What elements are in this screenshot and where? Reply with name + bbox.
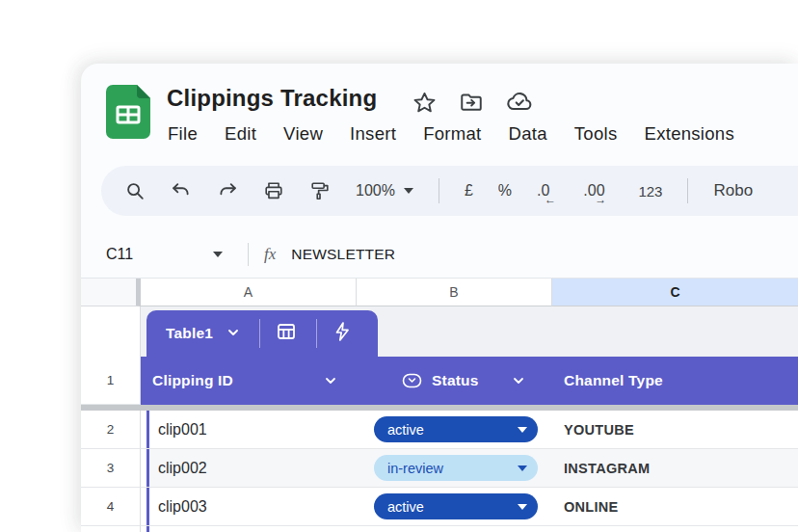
- menu-format[interactable]: Format: [423, 123, 481, 145]
- row-header-blank: [81, 306, 141, 357]
- cell-name-box[interactable]: C11: [101, 246, 238, 263]
- menu-tools[interactable]: Tools: [574, 123, 618, 145]
- column-header-a[interactable]: A: [141, 279, 357, 306]
- spreadsheet-window: Clippings Tracking: [81, 64, 798, 532]
- active-cell-reference: C11: [106, 246, 133, 263]
- formula-input[interactable]: NEWSLETTER: [291, 246, 395, 263]
- column-header-c-selected[interactable]: C: [552, 279, 798, 306]
- dropdown-arrow-icon: [518, 504, 527, 510]
- chevron-down-icon: [213, 252, 223, 257]
- table-header-status[interactable]: Status: [357, 372, 552, 389]
- sheet-grid: A B C Table1: [81, 278, 798, 532]
- row-header-2[interactable]: 2: [81, 411, 141, 449]
- dropdown-arrow-icon: [518, 466, 527, 471]
- formula-bar-divider: [248, 243, 249, 266]
- column-header-row: A B C: [81, 278, 798, 306]
- arrow-right-icon: →: [595, 193, 606, 206]
- toolbar-divider: [687, 178, 688, 203]
- column-header-b[interactable]: B: [357, 279, 552, 306]
- fx-icon: fx: [264, 245, 276, 264]
- table-header-row: 1 Clipping ID Status: [81, 357, 798, 405]
- search-icon[interactable]: [124, 180, 146, 201]
- lightning-bolt-icon[interactable]: [332, 321, 352, 346]
- table-view-icon[interactable]: [276, 321, 297, 346]
- table-tab[interactable]: Table1: [146, 310, 378, 357]
- menu-edit[interactable]: Edit: [225, 123, 256, 145]
- menu-file[interactable]: File: [168, 123, 198, 145]
- cell-channel-type[interactable]: INSTAGRAM: [552, 461, 798, 476]
- cell-clipping-id[interactable]: clip003: [149, 498, 357, 516]
- menubar: File Edit View Insert Format Data Tools …: [168, 123, 734, 145]
- increase-decimal-button[interactable]: .00→: [583, 182, 613, 200]
- decrease-decimal-button[interactable]: .0←: [537, 182, 558, 200]
- select-all-corner[interactable]: [81, 279, 141, 306]
- cell-channel-type[interactable]: YOUTUBE: [552, 422, 798, 438]
- status-dropdown-chip[interactable]: active: [374, 493, 538, 519]
- move-to-folder-icon[interactable]: [459, 90, 484, 115]
- toolbar: 100% £ % .0← .00→ 123 Robo: [101, 166, 798, 216]
- status-dropdown-chip[interactable]: active: [374, 416, 538, 442]
- undo-icon[interactable]: [171, 180, 192, 201]
- status-dropdown-chip[interactable]: in-review: [374, 455, 538, 481]
- formula-bar: C11 fx NEWSLETTER: [101, 235, 798, 274]
- chevron-down-icon: [512, 375, 525, 386]
- table-row: 4 clip003 active ONLINE: [81, 488, 798, 526]
- row-header-4[interactable]: 4: [81, 488, 141, 526]
- table-name: Table1: [166, 325, 213, 342]
- chevron-down-icon: [404, 188, 413, 194]
- table-tab-band: Table1: [81, 306, 798, 357]
- zoom-value: 100%: [356, 182, 395, 200]
- row-header-1[interactable]: 1: [81, 357, 141, 405]
- chevron-down-icon: [324, 375, 337, 386]
- paint-format-icon[interactable]: [309, 180, 331, 201]
- table-row: 3 clip002 in-review INSTAGRAM: [81, 449, 798, 488]
- row-header-3[interactable]: 3: [81, 449, 141, 488]
- table-row-partial: [81, 526, 798, 532]
- toolbar-divider: [439, 178, 439, 203]
- dropdown-arrow-icon: [518, 427, 527, 433]
- cell-clipping-id[interactable]: clip001: [149, 421, 357, 439]
- star-icon[interactable]: [412, 91, 437, 115]
- table-header-channel-type[interactable]: Channel Type: [552, 372, 798, 389]
- redo-icon[interactable]: [217, 180, 238, 201]
- table-accent-border: [146, 526, 149, 532]
- dropdown-chip-icon: [402, 373, 422, 388]
- sheets-logo-icon[interactable]: [106, 85, 150, 139]
- menu-extensions[interactable]: Extensions: [645, 123, 735, 145]
- tab-divider: [259, 319, 260, 348]
- tab-divider: [316, 319, 317, 348]
- font-family-select[interactable]: Robo: [713, 181, 753, 200]
- arrow-left-icon: ←: [545, 193, 556, 206]
- menu-data[interactable]: Data: [509, 123, 547, 145]
- table-header-clipping-id[interactable]: Clipping ID: [141, 372, 357, 389]
- zoom-select[interactable]: 100%: [356, 182, 413, 200]
- format-percent-button[interactable]: %: [498, 182, 512, 200]
- titlebar: Clippings Tracking: [106, 83, 798, 166]
- cell-channel-type[interactable]: ONLINE: [552, 499, 798, 515]
- format-currency-button[interactable]: £: [465, 182, 473, 200]
- number-format-button[interactable]: 123: [638, 183, 662, 200]
- menu-insert[interactable]: Insert: [350, 123, 396, 145]
- print-icon[interactable]: [263, 180, 284, 201]
- chevron-down-icon[interactable]: [226, 325, 240, 342]
- document-title[interactable]: Clippings Tracking: [167, 85, 377, 112]
- table-row: 2 clip001 active YOUTUBE: [81, 411, 798, 449]
- cell-clipping-id[interactable]: clip002: [149, 460, 357, 477]
- menu-view[interactable]: View: [283, 123, 323, 145]
- cloud-saved-icon[interactable]: [506, 89, 533, 116]
